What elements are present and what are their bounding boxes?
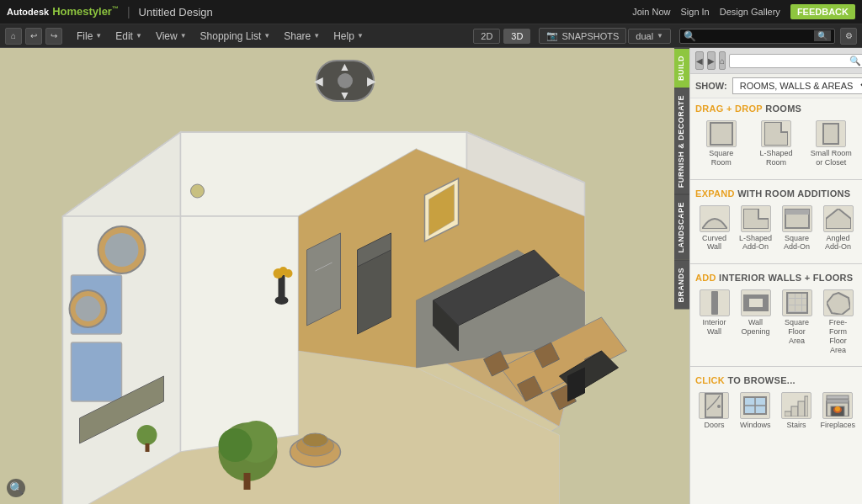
section-title-expand: EXPAND WITH ROOM ADDITIONS bbox=[695, 188, 857, 199]
wall-opening-item[interactable]: WallOpening bbox=[737, 288, 774, 356]
quick-icons: ⌂ ↩ ↪ bbox=[5, 28, 62, 45]
nav-down-btn[interactable]: ▼ bbox=[339, 88, 351, 102]
menu-bar: ⌂ ↩ ↪ File ▼ Edit ▼ View ▼ Shopping List… bbox=[0, 24, 862, 48]
angled-addon-item[interactable]: AngledAdd-On bbox=[819, 204, 857, 254]
svg-rect-16 bbox=[72, 342, 122, 401]
menu-edit[interactable]: Edit ▼ bbox=[109, 28, 148, 45]
tab-furnish-decorate[interactable]: FURNISH & DECORATE bbox=[674, 88, 689, 194]
search-submit-btn[interactable]: 🔍 bbox=[814, 30, 831, 41]
svg-rect-59 bbox=[743, 294, 769, 299]
room-illustration bbox=[0, 48, 689, 504]
redo-icon-btn[interactable]: ↪ bbox=[45, 28, 62, 45]
dual-button[interactable]: dual ▼ bbox=[628, 29, 671, 44]
square-floor-icon bbox=[782, 289, 812, 316]
menu-share[interactable]: Share ▼ bbox=[278, 28, 326, 45]
svg-marker-55 bbox=[743, 209, 769, 229]
tab-build[interactable]: BUILD bbox=[674, 48, 689, 88]
small-room-icon bbox=[816, 120, 846, 147]
undo-icon-btn[interactable]: ↩ bbox=[25, 28, 42, 45]
svg-rect-72 bbox=[805, 396, 808, 416]
help-arrow-icon: ▼ bbox=[357, 32, 364, 40]
search-input[interactable] bbox=[696, 31, 814, 41]
free-floor-icon bbox=[823, 289, 854, 316]
nav-center-btn[interactable] bbox=[338, 73, 353, 88]
panel-search-input[interactable] bbox=[733, 56, 849, 66]
sign-in-link[interactable]: Sign In bbox=[680, 7, 709, 17]
design-gallery-link[interactable]: Design Gallery bbox=[720, 7, 780, 17]
settings-icon-btn[interactable]: ⚙ bbox=[840, 28, 857, 45]
panel-search-icon[interactable]: 🔍 bbox=[849, 56, 861, 66]
svg-marker-63 bbox=[827, 293, 850, 315]
panel-forward-btn[interactable]: ▶ bbox=[707, 51, 716, 70]
interior-grid: InteriorWall WallOpening bbox=[695, 288, 857, 356]
nav-up-btn[interactable]: ▲ bbox=[339, 60, 351, 73]
svg-point-20 bbox=[76, 296, 101, 321]
section-drag-drop-rooms: DRAG + DROP ROOMS SquareRoom L-S bbox=[690, 98, 862, 176]
top-bar: Autodesk Homestyler™ | Untitled Design J… bbox=[0, 0, 862, 24]
l-addon-icon bbox=[741, 205, 771, 232]
square-floor-item[interactable]: SquareFloor Area bbox=[778, 288, 816, 356]
vertical-tabs: BUILD FURNISH & DECORATE LANDSCAPE BRAND… bbox=[674, 48, 689, 504]
menu-help[interactable]: Help ▼ bbox=[327, 28, 370, 45]
panel-home-btn[interactable]: ⌂ bbox=[719, 51, 726, 70]
share-arrow-icon: ▼ bbox=[313, 32, 320, 40]
section-browse: CLICK TO BROWSE... Doors bbox=[690, 370, 862, 438]
curved-wall-item[interactable]: Curved Wall bbox=[695, 204, 733, 254]
svg-point-37 bbox=[219, 428, 253, 462]
l-addon-item[interactable]: L-ShapedAdd-On bbox=[737, 204, 774, 254]
square-room-item[interactable]: SquareRoom bbox=[695, 119, 747, 169]
svg-point-45 bbox=[303, 433, 328, 447]
square-addon-item[interactable]: SquareAdd-On bbox=[778, 204, 816, 254]
square-room-icon bbox=[706, 120, 737, 147]
windows-item[interactable]: Windows bbox=[737, 390, 774, 432]
tab-brands[interactable]: BRANDS bbox=[674, 260, 689, 310]
panel-back-btn[interactable]: ◀ bbox=[695, 51, 704, 70]
home-icon-btn[interactable]: ⌂ bbox=[5, 28, 22, 45]
svg-marker-58 bbox=[826, 209, 851, 229]
svg-rect-60 bbox=[743, 307, 769, 311]
menu-file[interactable]: File ▼ bbox=[71, 28, 108, 45]
app-name: Homestyler™ bbox=[52, 5, 119, 18]
file-arrow-icon: ▼ bbox=[95, 32, 102, 40]
stairs-item[interactable]: Stairs bbox=[778, 390, 816, 432]
svg-rect-71 bbox=[798, 401, 805, 416]
nav-left-btn[interactable]: ◀ bbox=[314, 74, 323, 88]
free-floor-item[interactable]: Free-FormFloor Area bbox=[819, 288, 857, 356]
viewport-3d[interactable]: ▲ ▼ ◀ ▶ bbox=[0, 48, 689, 504]
stairs-icon bbox=[781, 392, 811, 419]
tab-landscape[interactable]: LANDSCAPE bbox=[674, 194, 689, 260]
nav-control: ▲ ▼ ◀ ▶ bbox=[316, 60, 375, 102]
l-shaped-room-item[interactable]: L-ShapedRoom bbox=[750, 119, 801, 169]
zoom-icon[interactable]: 🔍 bbox=[7, 479, 25, 497]
small-room-item[interactable]: Small Roomor Closet bbox=[806, 119, 857, 169]
svg-rect-57 bbox=[785, 210, 809, 215]
join-now-link[interactable]: Join Now bbox=[632, 7, 670, 17]
svg-point-78 bbox=[835, 406, 840, 411]
windows-icon bbox=[740, 392, 770, 419]
view-3d-btn[interactable]: 3D bbox=[503, 29, 530, 44]
square-addon-icon bbox=[782, 205, 812, 232]
interior-wall-item[interactable]: InteriorWall bbox=[695, 288, 733, 356]
menu-shopping-list[interactable]: Shopping List ▼ bbox=[194, 28, 277, 45]
wall-opening-icon bbox=[741, 289, 771, 316]
fireplaces-icon bbox=[822, 392, 853, 419]
menu-view[interactable]: View ▼ bbox=[150, 28, 193, 45]
svg-rect-75 bbox=[827, 399, 849, 403]
browse-grid: Doors Windows bbox=[695, 390, 857, 432]
snapshots-button[interactable]: 📷 SNAPSHOTS bbox=[539, 28, 626, 44]
show-select[interactable]: ROOMS, WALLS & AREAS FURNITURE FLOORS WA… bbox=[732, 77, 862, 94]
nav-right-btn[interactable]: ▶ bbox=[367, 74, 376, 88]
fireplaces-item[interactable]: Fireplaces bbox=[818, 390, 857, 432]
rooms-grid: SquareRoom L-ShapedRoom Small Roomor Clo… bbox=[695, 119, 857, 169]
svg-rect-40 bbox=[146, 443, 150, 452]
additions-grid: Curved Wall L-ShapedAdd-On bbox=[695, 204, 857, 254]
feedback-button[interactable]: FEEDBACK bbox=[790, 4, 855, 19]
nav-ring: ▲ ▼ ◀ ▶ bbox=[316, 60, 375, 102]
svg-rect-38 bbox=[244, 473, 251, 490]
view-2d-btn[interactable]: 2D bbox=[473, 29, 500, 44]
show-label: SHOW: bbox=[695, 81, 727, 91]
search-icon: 🔍 bbox=[684, 30, 696, 42]
shopping-arrow-icon: ▼ bbox=[263, 32, 270, 40]
title-separator: | bbox=[127, 5, 130, 19]
doors-item[interactable]: Doors bbox=[695, 390, 733, 432]
